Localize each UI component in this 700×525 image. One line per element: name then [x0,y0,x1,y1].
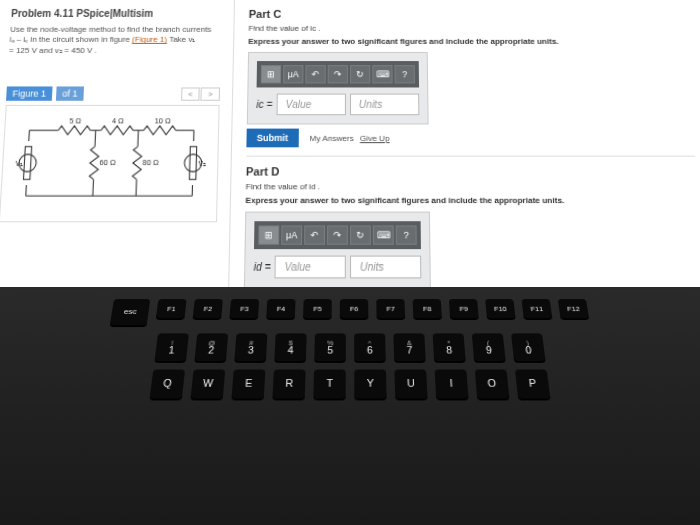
svg-line-4 [29,131,30,142]
key-esc: esc [110,299,151,325]
help-icon[interactable]: ? [396,225,417,244]
redo-icon[interactable]: ↷ [328,65,348,83]
key-f6: F6 [340,299,369,318]
key-9: (9 [472,333,506,361]
key-f10: F10 [485,299,515,318]
instr-line3: = 125 V and v₂ = 450 V . [9,46,97,55]
svg-line-10 [95,131,96,147]
value-input[interactable]: Value [276,94,345,116]
key-I: I [435,369,469,398]
figure-tab[interactable]: Figure 1 [6,87,53,101]
key-5: %5 [314,333,346,361]
key-8: *8 [433,333,466,361]
instr-line2a: iₐ – iₑ in the circuit shown in figure [9,35,132,44]
key-Q: Q [150,369,185,398]
reset-icon[interactable]: ↻ [350,65,370,83]
app-page: Problem 4.11 PSpice|Multisim Use the nod… [0,0,700,336]
part-d-header: Part D [246,165,697,178]
key-0: )0 [511,333,546,361]
template-icon[interactable]: ⊞ [258,225,279,244]
key-U: U [394,369,427,398]
key-f1: F1 [156,299,187,318]
reset-icon[interactable]: ↻ [350,225,371,244]
fig-prev-button[interactable]: < [181,87,200,100]
svg-text:4 Ω: 4 Ω [112,117,125,126]
part-c-instr: Express your answer to two significant f… [248,37,689,46]
problem-title: Problem 4.11 PSpice|Multisim [11,8,222,19]
keyboard-icon[interactable]: ⌨ [372,65,392,83]
part-c-find: Find the value of ic . [248,24,688,33]
key-f4: F4 [266,299,295,318]
instr-line2b: Take v₁ [167,35,196,44]
instructions: Use the node-voltage method to find the … [9,25,222,56]
figure-count: of 1 [56,87,84,101]
part-c-header: Part C [249,8,688,20]
figure-link[interactable]: (Figure 1) [132,35,167,44]
svg-text:10 Ω: 10 Ω [155,117,172,126]
physical-keyboard: esc F1 F2 F3 F4 F5 F6 F7 F8 F9 F10 F11 F… [0,287,700,522]
svg-line-14 [26,185,27,196]
units-input[interactable]: Units [350,94,419,116]
svg-text:80 Ω: 80 Ω [142,158,159,167]
key-Y: Y [354,369,386,398]
key-T: T [313,369,345,398]
key-R: R [272,369,305,398]
part-d-var: id = [254,261,271,273]
circuit-diagram: 5 Ω 4 Ω 10 Ω 60 Ω 80 Ω v₁ v₂ [0,105,220,222]
key-O: O [475,369,510,398]
undo-icon[interactable]: ↶ [304,225,325,244]
help-icon[interactable]: ? [395,65,415,83]
key-P: P [515,369,550,398]
redo-icon[interactable]: ↷ [327,225,348,244]
svg-text:60 Ω: 60 Ω [99,158,116,167]
key-f11: F11 [521,299,552,318]
part-d-instr: Express your answer to two significant f… [245,196,698,206]
value-input-d[interactable]: Value [275,256,346,279]
key-3: #3 [234,333,267,361]
key-f12: F12 [558,299,589,318]
key-E: E [231,369,265,398]
undo-icon[interactable]: ↶ [305,65,325,83]
svg-text:5 Ω: 5 Ω [69,117,82,126]
key-f5: F5 [303,299,332,318]
key-4: $4 [274,333,306,361]
svg-text:v₁: v₁ [15,158,23,169]
give-up-link[interactable]: Give Up [360,134,390,143]
units-input-d[interactable]: Units [350,256,421,279]
keyboard-icon[interactable]: ⌨ [373,225,394,244]
part-c-answer-box: ⊞ μA ↶ ↷ ↻ ⌨ ? ic = Value Units [247,52,429,125]
fig-next-button[interactable]: > [201,87,220,100]
svg-line-12 [138,131,139,147]
part-d-answer-box: ⊞ μA ↶ ↷ ↻ ⌨ ? id = Value Units [244,212,431,289]
key-f8: F8 [413,299,442,318]
key-f7: F7 [376,299,405,318]
key-f2: F2 [193,299,223,318]
svg-rect-2 [189,147,196,180]
key-f3: F3 [229,299,259,318]
part-c-var: ic = [256,99,272,110]
key-1: !1 [154,333,189,361]
part-d-find: Find the value of id . [246,182,698,192]
key-W: W [191,369,226,398]
key-6: ^6 [354,333,386,361]
key-f9: F9 [449,299,479,318]
submit-button[interactable]: Submit [246,129,298,148]
answer-toolbar-d: ⊞ μA ↶ ↷ ↻ ⌨ ? [254,221,421,249]
units-mua-button[interactable]: μA [283,65,303,83]
svg-text:v₂: v₂ [198,158,206,169]
left-panel: Problem 4.11 PSpice|Multisim Use the nod… [0,0,235,336]
svg-line-13 [136,180,137,197]
figure-box: Figure 1 of 1 < > [0,87,220,223]
svg-line-11 [93,180,94,197]
instr-line1: Use the node-voltage method to find the … [10,25,212,34]
units-mua-button[interactable]: μA [281,225,302,244]
svg-rect-0 [23,147,31,180]
key-2: @2 [194,333,228,361]
key-7: &7 [393,333,425,361]
right-panel: Part C Find the value of ic . Express yo… [228,0,700,336]
my-answers-link[interactable]: My Answers [310,134,354,143]
template-icon[interactable]: ⊞ [261,65,282,83]
answer-toolbar: ⊞ μA ↶ ↷ ↻ ⌨ ? [257,61,419,87]
